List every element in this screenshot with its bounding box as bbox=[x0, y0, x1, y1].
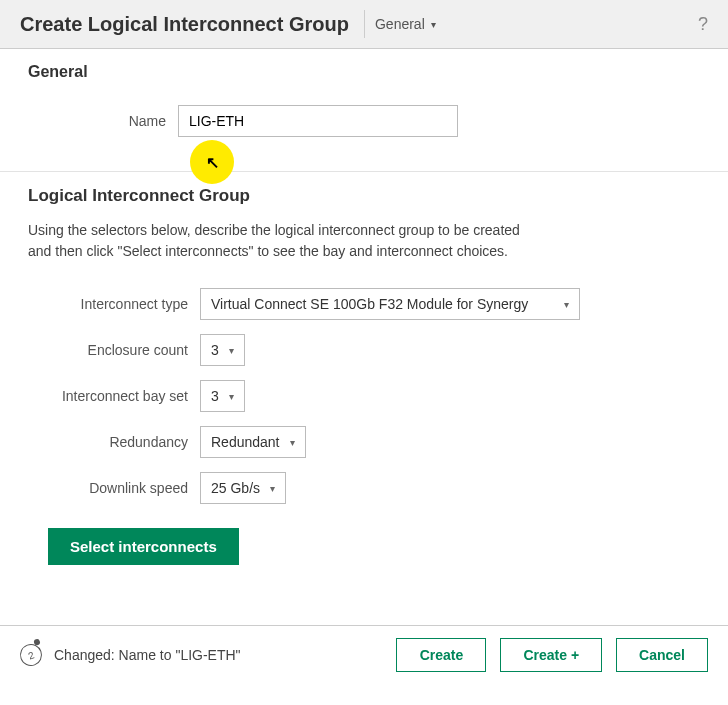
header-bar: Create Logical Interconnect Group Genera… bbox=[0, 0, 728, 49]
section-lig-title: ↖ Logical Interconnect Group bbox=[0, 172, 728, 214]
section-lig-description: Using the selectors below, describe the … bbox=[0, 214, 550, 274]
cancel-button[interactable]: Cancel bbox=[616, 638, 708, 672]
section-lig-title-text: Logical Interconnect Group bbox=[28, 186, 250, 205]
cursor-icon: ↖ bbox=[206, 153, 219, 172]
dropdown-label: General bbox=[375, 16, 425, 32]
page-title: Create Logical Interconnect Group bbox=[20, 13, 349, 36]
name-input[interactable] bbox=[178, 105, 458, 137]
footer-left: 2 Changed: Name to "LIG-ETH" bbox=[20, 644, 241, 666]
header-scope-dropdown[interactable]: General ▾ bbox=[364, 10, 446, 38]
change-text: Changed: Name to "LIG-ETH" bbox=[54, 647, 241, 663]
enclosure-count-label: Enclosure count bbox=[60, 342, 200, 358]
interconnect-type-select[interactable]: Virtual Connect SE 100Gb F32 Module for … bbox=[200, 288, 580, 320]
chevron-down-icon: ▾ bbox=[229, 391, 234, 402]
footer-bar: 2 Changed: Name to "LIG-ETH" Create Crea… bbox=[0, 625, 728, 684]
downlink-speed-select[interactable]: 25 Gb/s ▾ bbox=[200, 472, 286, 504]
redundancy-select[interactable]: Redundant ▾ bbox=[200, 426, 306, 458]
select-interconnects-button[interactable]: Select interconnects bbox=[48, 528, 239, 565]
redundancy-label: Redundancy bbox=[60, 434, 200, 450]
name-label: Name bbox=[28, 113, 178, 129]
changes-badge-icon[interactable]: 2 bbox=[17, 641, 45, 669]
chevron-down-icon: ▾ bbox=[270, 483, 275, 494]
highlight-marker: ↖ bbox=[190, 140, 234, 184]
create-button[interactable]: Create bbox=[396, 638, 486, 672]
interconnect-type-value: Virtual Connect SE 100Gb F32 Module for … bbox=[211, 296, 528, 312]
redundancy-row: Redundancy Redundant ▾ bbox=[60, 426, 700, 458]
interconnect-type-row: Interconnect type Virtual Connect SE 100… bbox=[60, 288, 700, 320]
interconnect-bay-set-label: Interconnect bay set bbox=[60, 388, 200, 404]
downlink-speed-row: Downlink speed 25 Gb/s ▾ bbox=[60, 472, 700, 504]
changes-count: 2 bbox=[27, 649, 36, 661]
general-form: Name bbox=[0, 105, 728, 172]
create-plus-button[interactable]: Create + bbox=[500, 638, 602, 672]
chevron-down-icon: ▾ bbox=[229, 345, 234, 356]
footer-buttons: Create Create + Cancel bbox=[396, 638, 708, 672]
header-left: Create Logical Interconnect Group Genera… bbox=[20, 10, 446, 38]
chevron-down-icon: ▾ bbox=[431, 19, 436, 30]
chevron-down-icon: ▾ bbox=[564, 299, 569, 310]
downlink-speed-label: Downlink speed bbox=[60, 480, 200, 496]
interconnect-type-label: Interconnect type bbox=[60, 296, 200, 312]
section-general-title: General bbox=[0, 49, 728, 91]
downlink-speed-value: 25 Gb/s bbox=[211, 480, 260, 496]
help-icon[interactable]: ? bbox=[698, 14, 708, 35]
interconnect-bay-set-row: Interconnect bay set 3 ▾ bbox=[60, 380, 700, 412]
interconnect-bay-set-select[interactable]: 3 ▾ bbox=[200, 380, 245, 412]
enclosure-count-select[interactable]: 3 ▾ bbox=[200, 334, 245, 366]
enclosure-count-value: 3 bbox=[211, 342, 219, 358]
name-row: Name bbox=[28, 105, 700, 137]
lig-form: Interconnect type Virtual Connect SE 100… bbox=[0, 288, 728, 625]
enclosure-count-row: Enclosure count 3 ▾ bbox=[60, 334, 700, 366]
interconnect-bay-set-value: 3 bbox=[211, 388, 219, 404]
redundancy-value: Redundant bbox=[211, 434, 280, 450]
chevron-down-icon: ▾ bbox=[290, 437, 295, 448]
select-interconnects-wrap: Select interconnects bbox=[48, 518, 700, 565]
